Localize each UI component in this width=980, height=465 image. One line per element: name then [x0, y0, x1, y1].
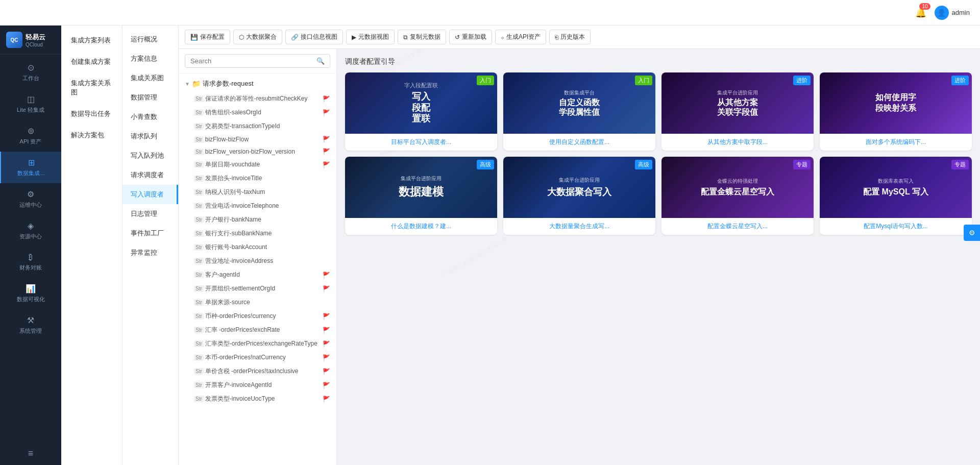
sidebar-item-data-integration[interactable]: ⊞ 数据集成... [0, 152, 61, 183]
second-nav-item-solution-list[interactable]: 集成方案列表 [61, 30, 122, 51]
third-nav-request-queue[interactable]: 请求队列 [122, 127, 178, 146]
field-name: 银行账号-bankAccount [205, 243, 330, 252]
tree-item[interactable]: Str 银行支行-subBankName [179, 227, 336, 240]
tree-item[interactable]: Str 交易类型-transactionTypeId [179, 119, 336, 133]
tree-item[interactable]: Str 营业电话-invoiceTelephone [179, 199, 336, 213]
guide-card-8[interactable]: 数据库表表写入 配置 MySQL 写入 专题 配置Mysql语句写入数... [820, 157, 972, 235]
tree-item[interactable]: Str 开票组织-settlementOrgId 🚩 [179, 282, 336, 296]
history-version-button[interactable]: ⎗ 历史版本 [549, 30, 591, 44]
meta-data-view-button[interactable]: ▶ 元数据视图 [346, 30, 395, 44]
sidebar-item-workbench[interactable]: ⊙ 工作台 [0, 57, 61, 88]
third-nav-data-mgmt[interactable]: 数据管理 [122, 88, 178, 107]
third-nav-small-count[interactable]: 小青查数 [122, 107, 178, 127]
fields-tree: ▼ 📁 请求参数-request Str 保证请求的幂等性-resubmitCh… [179, 74, 336, 465]
second-nav-item-data-export[interactable]: 数据导出任务 [61, 103, 122, 125]
field-flag-icon: 🚩 [323, 396, 330, 403]
third-nav-solution-info[interactable]: 方案信息 [122, 49, 178, 68]
reload-button[interactable]: ↺ 重新加载 [449, 30, 492, 44]
tree-item[interactable]: Str 开票客户-invoiceAgentId 🚩 [179, 378, 336, 392]
interface-info-view-button[interactable]: 🔗 接口信息视图 [285, 30, 343, 44]
user-info[interactable]: 👤 admin [935, 6, 970, 20]
field-name: 币种-orderPrices!currency [205, 312, 321, 321]
tree-item[interactable]: Str 营业地址-invoiceAddress [179, 254, 336, 268]
search-icon: 🔍 [316, 57, 325, 65]
sidebar-item-api[interactable]: ⊚ API 资产 [0, 120, 61, 152]
field-type-str: Str [194, 95, 204, 102]
guide-card-1[interactable]: 字入段配置联 写入段配置联 入门 目标平台写入调度者... [345, 72, 497, 151]
field-flag-icon: 🚩 [323, 368, 330, 375]
card-7-label: 配置金蝶云星空写入... [662, 218, 814, 235]
field-flag-icon: 🚩 [323, 148, 330, 155]
card-5-badge: 高级 [477, 160, 494, 169]
tree-item[interactable]: Str 币种-orderPrices!currency 🚩 [179, 309, 336, 323]
field-name: 纳税人识别号-taxNum [205, 188, 330, 197]
guide-card-7[interactable]: 金蝶云的特强处理 配置金蝶云星空写入 专题 配置金蝶云星空写入... [662, 157, 814, 235]
sidebar-item-finance[interactable]: ₿ 财务对账 [0, 247, 61, 278]
notification-button[interactable]: 🔔 10 [915, 7, 926, 18]
field-type-str: Str [194, 189, 204, 195]
field-flag-icon: 🚩 [323, 285, 330, 292]
gen-api-asset-button[interactable]: ⬦ 生成API资产 [495, 30, 546, 44]
tree-item[interactable]: Str 保证请求的幂等性-resubmitCheckKey 🚩 [179, 92, 336, 106]
tree-item[interactable]: Str 银行账号-bankAccount [179, 240, 336, 254]
tree-item[interactable]: Str bizFlow_version-bizFlow_version 🚩 [179, 145, 336, 158]
field-name: 汇率 -orderPrices!exchRate [205, 326, 321, 334]
sidebar-item-resources[interactable]: ◈ 资源中心 [0, 215, 61, 247]
card-3-label: 从其他方案中取字段... [662, 134, 814, 151]
third-nav-anomaly-monitor[interactable]: 异常监控 [122, 243, 178, 262]
tree-item[interactable]: Str 发票类型-invoiceUocType 🚩 [179, 392, 336, 406]
field-name: bizFlow-bizFlow [205, 136, 321, 143]
third-nav-integration-relation[interactable]: 集成关系图 [122, 68, 178, 88]
tree-item[interactable]: Str 汇率 -orderPrices!exchRate 🚩 [179, 323, 336, 337]
guide-card-4[interactable]: 如何使用字段映射关系 进阶 面对多个系统编码下... [820, 72, 972, 151]
big-data-merge-button[interactable]: ⬡ 大数据聚合 [233, 30, 282, 44]
field-type-str: Str [194, 272, 204, 278]
tree-item[interactable]: Str 纳税人识别号-taxNum [179, 185, 336, 199]
field-type-str: Str [194, 216, 204, 223]
guide-card-2[interactable]: 数据集成平台 自定义函数学段属性值 入门 使用自定义函数配置... [503, 72, 655, 151]
third-nav-log-mgmt[interactable]: 日志管理 [122, 204, 178, 224]
sidebar-item-lite[interactable]: ◫ Lite 轻集成 [0, 88, 61, 120]
second-nav-item-solution-relation[interactable]: 集成方案关系图 [61, 72, 122, 103]
field-type-str: Str [194, 313, 204, 320]
second-nav-item-create-solution[interactable]: 创建集成方案 [61, 51, 122, 72]
notification-badge: 10 [919, 3, 930, 10]
guide-card-6[interactable]: 集成平台进阶应用 大数据聚合写入 高级 大数据量聚合生成写... [503, 157, 655, 235]
tree-item[interactable]: Str 开户银行-bankName [179, 213, 336, 227]
third-nav-write-queue[interactable]: 写入队列池 [122, 146, 178, 165]
second-nav-item-solution-pkg[interactable]: 解决方案包 [61, 125, 122, 146]
tree-item[interactable]: Str 汇率类型-orderPrices!exchangeRateType 🚩 [179, 337, 336, 351]
search-input[interactable] [190, 57, 313, 65]
field-type-str: Str [194, 109, 204, 116]
tree-item[interactable]: Str 单价含税 -orderPrices!taxInclusive 🚩 [179, 364, 336, 378]
settings-float-button[interactable]: ⚙ [964, 225, 980, 241]
save-config-button[interactable]: 💾 保存配置 [185, 30, 230, 44]
sidebar-bottom[interactable]: ≡ [0, 442, 61, 465]
card-1-label: 目标平台写入调度者... [345, 134, 497, 151]
copy-meta-data-button[interactable]: ⧉ 复制元数据 [398, 30, 446, 44]
third-nav-run-overview[interactable]: 运行概况 [122, 30, 178, 49]
third-nav-write-tuner[interactable]: 写入调度者 [122, 185, 178, 204]
third-nav-event-factory[interactable]: 事件加工厂 [122, 224, 178, 243]
logo-sub: QCloud [26, 42, 45, 47]
tree-item[interactable]: Str 销售组织-salesOrgId 🚩 [179, 106, 336, 119]
tree-item[interactable]: Str 本币-orderPrices!natCurrency 🚩 [179, 351, 336, 364]
sidebar-item-datavis[interactable]: 📊 数据可视化 [0, 278, 61, 309]
sidebar-item-sysadmin[interactable]: ⚒ 系统管理 [0, 309, 61, 341]
reload-icon: ↺ [455, 34, 460, 41]
third-nav-request-tuner[interactable]: 请求调度者 [122, 165, 178, 185]
card-6-label: 大数据量聚合生成写... [503, 218, 655, 235]
tree-item[interactable]: Str 单据来源-source [179, 296, 336, 309]
tree-item[interactable]: Str 客户-agentId 🚩 [179, 268, 336, 282]
card-5-label: 什么是数据建模？建... [345, 218, 497, 235]
guide-card-3[interactable]: 集成平台进阶应用 从其他方案关联字段值 进阶 从其他方案中取字段... [662, 72, 814, 151]
tree-item[interactable]: Str 发票抬头-invoiceTitle [179, 172, 336, 185]
sidebar-nav: ⊙ 工作台 ◫ Lite 轻集成 ⊚ API 资产 ⊞ 数据集成... ⚙ [0, 55, 61, 442]
field-name: 开户银行-bankName [205, 215, 330, 224]
tree-item[interactable]: Str 单据日期-vouchdate 🚩 [179, 158, 336, 172]
expand-icon: ▼ [185, 81, 190, 87]
tree-item[interactable]: Str bizFlow-bizFlow 🚩 [179, 133, 336, 145]
sidebar-item-ops[interactable]: ⚙ 运维中心 [0, 183, 61, 215]
guide-card-5[interactable]: 集成平台进阶应用 数据建模 高级 什么是数据建模？建... [345, 157, 497, 235]
tree-root[interactable]: ▼ 📁 请求参数-request [179, 76, 336, 92]
